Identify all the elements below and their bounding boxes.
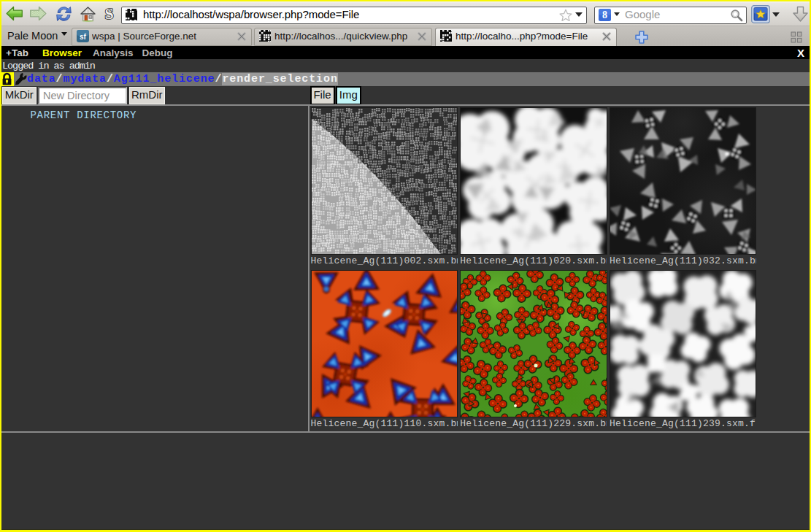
svg-text:sf: sf: [80, 33, 87, 41]
svg-text:8: 8: [602, 9, 607, 20]
svg-text:S: S: [104, 6, 113, 22]
